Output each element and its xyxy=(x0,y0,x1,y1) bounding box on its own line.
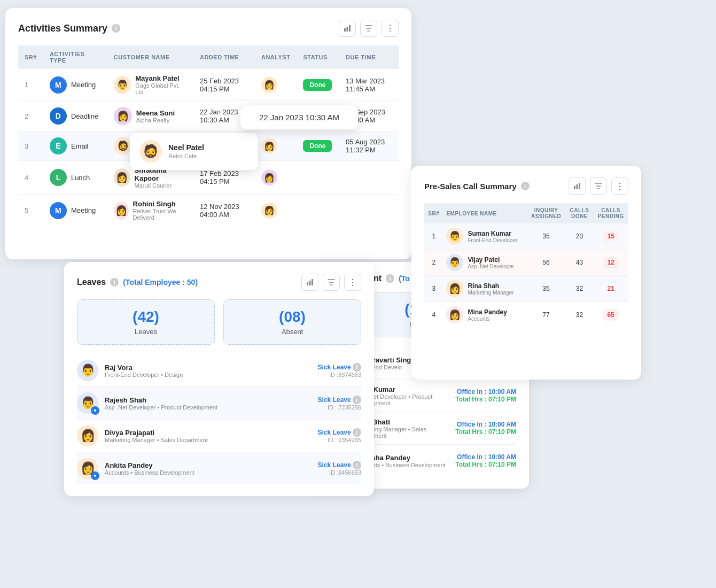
leave-info-icon[interactable]: i xyxy=(353,461,361,469)
presales-actions: ⋮ xyxy=(569,177,628,195)
activity-badge: E xyxy=(50,137,67,154)
sr-number: 3 xyxy=(25,142,28,150)
list-item[interactable]: 👩 Divya Prajapati Marketing Manager • Sa… xyxy=(77,420,361,452)
inquiry-assigned: 35 xyxy=(526,223,565,250)
analyst-avatar: 👩 xyxy=(261,77,277,93)
activities-chart-btn[interactable] xyxy=(339,20,356,37)
col-due-time: DUE TIME xyxy=(339,45,399,69)
customer-company: Alpha Realty xyxy=(136,117,175,123)
added-time-popup-text: 22 Jan 2023 10:30 AM xyxy=(250,113,348,122)
activity-type-label: Email xyxy=(71,142,89,150)
leaves-more-btn[interactable]: ⋮ xyxy=(344,274,361,291)
table-row[interactable]: 3 👩 Rina Shah Marketing Manager 35 32 21 xyxy=(424,276,628,302)
presales-emp-name: Vijay Patel xyxy=(468,256,514,264)
presales-emp-name: Mina Pandey xyxy=(468,308,507,316)
presales-emp-cell: 👩 Rina Shah Marketing Manager xyxy=(446,280,523,297)
customer-company: Gags Global Pvt. Ltd xyxy=(135,82,187,95)
total-hrs-label: Total Hrs : 07:10 PM xyxy=(455,396,516,403)
activity-badge: D xyxy=(50,107,67,125)
list-item[interactable]: 👩 ♥ Ankita Pandey Accounts • Business De… xyxy=(77,452,361,484)
ps-sr: 2 xyxy=(424,250,443,276)
emp-avatar: 👨 xyxy=(77,360,98,381)
calls-pending-badge: 12 xyxy=(603,257,618,268)
svg-rect-8 xyxy=(579,183,580,189)
leave-info-icon[interactable]: i xyxy=(353,396,361,404)
due-time: 05 Aug 2023 11:32 PM xyxy=(339,131,399,161)
presales-more-btn[interactable]: ⋮ xyxy=(611,177,628,195)
ps-sr: 1 xyxy=(424,223,443,250)
due-time: 13 Mar 2023 11:45 AM xyxy=(339,69,399,101)
activities-filter-btn[interactable] xyxy=(360,20,377,37)
presales-emp-cell: 👩 Mina Pandey Accounts xyxy=(446,306,523,323)
office-times: Office In : 10:00 AM Total Hrs : 07:10 P… xyxy=(455,421,516,436)
customer-avatar: 🧔 xyxy=(114,137,132,155)
presales-emp-role: Accounts xyxy=(468,316,507,322)
calls-pending-badge: 21 xyxy=(607,285,614,292)
customer-avatar: 👨 xyxy=(114,76,131,94)
svg-rect-3 xyxy=(307,282,308,285)
calls-pending: 15 xyxy=(593,223,628,250)
list-item[interactable]: 👨 ♥ Rajesh Shah Asp .Net Developer • Pro… xyxy=(77,387,361,420)
presales-chart-btn[interactable] xyxy=(569,177,586,195)
svg-rect-1 xyxy=(347,27,348,32)
presales-emp-role: Marketing Manager xyxy=(468,290,513,296)
calls-pending-badge: 65 xyxy=(603,309,618,321)
list-item[interactable]: 👨 Raj Vora Front-End Developer • Design … xyxy=(77,354,361,387)
leaves-chart-btn[interactable] xyxy=(301,274,318,291)
emp-avatar: 👩 xyxy=(77,425,98,446)
svg-rect-4 xyxy=(309,281,311,285)
present-info-icon[interactable]: i xyxy=(386,274,394,283)
status-badge: Done xyxy=(303,79,332,91)
heart-badge: ♥ xyxy=(91,471,99,480)
leaves-title: Leaves xyxy=(77,277,106,287)
emp-name: Rajesh Shah xyxy=(105,396,312,404)
col-customer: CUSTOMER NAME xyxy=(107,45,193,69)
calls-pending: 65 xyxy=(593,302,628,328)
analyst-avatar: 👩 xyxy=(261,138,277,154)
neel-popup-avatar: 🧔 xyxy=(139,140,162,163)
leave-info-icon[interactable]: i xyxy=(353,428,361,437)
leaves-info-icon[interactable]: i xyxy=(110,278,119,287)
customer-info: 👩 Meena Soni Alpha Realty xyxy=(114,107,187,125)
col-added-time: ADDED TIME xyxy=(193,45,255,69)
leave-info-icon[interactable]: i xyxy=(353,363,361,372)
activities-info-icon[interactable]: i xyxy=(112,24,120,33)
customer-info: 👨 Mayank Patel Gags Global Pvt. Ltd xyxy=(114,74,187,95)
table-row[interactable]: 5 M Meeting 👩 Rohini Singh Reliver Trust… xyxy=(18,195,399,227)
ps-col-name: EMPLOYEE NAME xyxy=(443,203,526,223)
leaves-filter-btn[interactable] xyxy=(323,274,340,291)
presales-emp-avatar: 👩 xyxy=(446,280,463,297)
activity-type-cell: E Email xyxy=(50,137,101,154)
total-hrs-label: Total Hrs : 07:10 PM xyxy=(455,428,516,436)
presales-info-icon[interactable]: i xyxy=(521,182,530,190)
table-row[interactable]: 1 M Meeting 👨 Mayank Patel Gags Global P… xyxy=(18,69,399,101)
leaves-stats: (42) Leaves (08) Absent xyxy=(77,299,361,345)
activity-type-cell: L Lunch xyxy=(50,169,101,186)
presales-card: Pre-Sales Call Summary i ⋮ SR# EMPLOYEE … xyxy=(411,166,641,380)
activity-type-cell: M Meeting xyxy=(50,202,101,219)
presales-emp-cell: 👨 Suman Kumar Front-End Developer xyxy=(446,228,523,245)
svg-rect-2 xyxy=(349,25,351,32)
inquiry-assigned: 56 xyxy=(526,250,565,276)
table-row[interactable]: 2 👨 Vijay Patel Asp .Net Developer 56 43… xyxy=(424,250,628,276)
calls-done: 20 xyxy=(566,223,593,250)
table-row[interactable]: 4 👩 Mina Pandey Accounts 77 32 65 xyxy=(424,302,628,328)
heart-badge: ♥ xyxy=(91,406,99,415)
due-time xyxy=(339,161,399,195)
presales-emp-avatar: 👨 xyxy=(446,254,463,271)
activities-title-text: Activities Summary xyxy=(18,23,107,34)
analyst-avatar: 👩 xyxy=(261,169,277,185)
activities-more-btn[interactable]: ⋮ xyxy=(382,20,399,37)
activity-type-cell: M Meeting xyxy=(50,76,101,94)
emp-info: Divya Prajapati Marketing Manager • Sale… xyxy=(105,429,312,443)
leaves-count-box: (42) Leaves xyxy=(77,299,215,345)
activity-type-cell: D Deadline xyxy=(50,107,101,125)
due-time xyxy=(339,195,399,227)
presales-filter-btn[interactable] xyxy=(590,177,607,195)
office-times: Office In : 10:00 AM Total Hrs : 07:10 P… xyxy=(455,388,516,403)
sr-number: 1 xyxy=(25,81,28,89)
leaves-actions: ⋮ xyxy=(301,274,361,291)
emp-name: Ankita Pandey xyxy=(105,461,312,469)
table-row[interactable]: 1 👨 Suman Kumar Front-End Developer 35 2… xyxy=(424,223,628,250)
sick-leave-label: Sick Leave i xyxy=(318,363,361,372)
